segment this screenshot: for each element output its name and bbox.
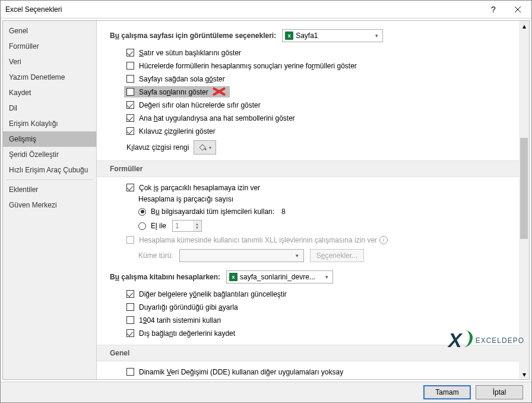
check-outline-symbols[interactable]: Ana hat uygulandıysa ana hat sembollerin… <box>126 112 520 124</box>
checkbox-icon <box>126 329 134 337</box>
check-page-breaks[interactable]: Sayfa sonlarını göster <box>124 86 230 97</box>
gridline-color-label: Kılavuz çizgisi rengi <box>126 143 189 152</box>
checkbox-icon <box>126 368 134 376</box>
display-worksheet-header-row: Bu çalışma sayfası için görüntüleme seçe… <box>110 29 520 42</box>
check-show-formulas[interactable]: Hücrelerde formüllerin hesaplanmış sonuç… <box>126 60 520 71</box>
sidebar-item-proofing[interactable]: Yazım Denetleme <box>3 70 96 85</box>
thread-count-spinner[interactable]: 1 ▲▼ <box>172 220 202 232</box>
check-update-links[interactable]: Diğer belgelere yönelik bağlantıları gün… <box>126 288 520 300</box>
check-gridlines[interactable]: Kılavuz çizgilerini göster <box>126 125 520 137</box>
processor-count: 8 <box>281 207 286 216</box>
close-button[interactable] <box>504 1 531 18</box>
check-rtl-sheet[interactable]: Sayfayı sağdan sola göster <box>126 73 520 84</box>
scroll-down-icon[interactable]: ▾ <box>519 369 529 379</box>
sidebar-item-advanced[interactable]: Gelişmiş <box>3 131 96 147</box>
category-sidebar: Genel Formüller Veri Yazım Denetleme Kay… <box>3 21 97 379</box>
display-worksheet-label: Bu çalışma sayfası için görüntüleme seçe… <box>110 32 276 40</box>
checkbox-icon <box>126 101 134 109</box>
radio-icon <box>138 208 146 216</box>
sidebar-separator <box>7 180 93 180</box>
gridline-color-picker[interactable]: ▾ <box>194 140 216 155</box>
worksheet-name: Sayfa1 <box>296 32 372 40</box>
checkbox-icon <box>126 49 134 56</box>
checkbox-icon <box>126 290 134 298</box>
cluster-type-row: Küme türü: ▾ Seçenekler... <box>138 249 520 262</box>
info-icon[interactable]: i <box>379 236 388 244</box>
calc-workbook-header-row: Bu çalışma kitabını hesaplarken: x sayfa… <box>110 270 520 284</box>
workbook-name: sayfa_sonlarini_devre... <box>240 273 322 281</box>
workbook-selector[interactable]: x sayfa_sonlarini_devre... ▾ <box>226 270 333 284</box>
checkbox-icon <box>126 316 134 324</box>
scroll-thumb[interactable] <box>520 138 528 239</box>
sidebar-item-addins[interactable]: Eklentiler <box>3 182 96 197</box>
cluster-type-combo: ▾ <box>179 249 304 262</box>
worksheet-selector[interactable]: x Sayfa1 ▾ <box>282 29 383 42</box>
checkbox-icon <box>126 114 134 122</box>
spinner-arrows-icon: ▲▼ <box>193 221 201 231</box>
cluster-options-button: Seçenekler... <box>310 249 364 262</box>
sidebar-item-customize-ribbon[interactable]: Şeridi Özelleştir <box>3 147 96 162</box>
threads-label: Hesaplama iş parçacığı sayısı <box>138 195 520 203</box>
checkbox-icon <box>126 127 134 135</box>
chevron-down-icon: ▾ <box>322 274 331 280</box>
options-panel: Bu çalışma sayfası için görüntüleme seçe… <box>97 21 529 379</box>
svg-point-2 <box>205 149 207 150</box>
group-header-formulas: Formüller <box>97 160 529 177</box>
sidebar-item-data[interactable]: Veri <box>3 54 96 70</box>
dialog-footer: Tamam İptal <box>1 382 531 402</box>
group-header-general: Genel <box>97 345 529 361</box>
annotation-red-x-icon <box>212 86 226 97</box>
check-multithread[interactable]: Çok iş parçacıklı hesaplamaya izin ver <box>126 182 520 193</box>
scroll-track[interactable] <box>519 31 529 369</box>
checkbox-icon <box>126 236 134 244</box>
window-title: Excel Seçenekleri <box>5 5 483 14</box>
check-row-column-headers[interactable]: Satır ve sütun başlıklarını göster <box>126 47 520 58</box>
radio-manual-threads[interactable]: El ile 1 ▲▼ <box>138 220 520 232</box>
sidebar-item-accessibility[interactable]: Erişim Kolaylığı <box>3 116 96 131</box>
check-save-external-links[interactable]: Dış bağlantı değerlerini kaydet <box>126 328 520 339</box>
ok-button[interactable]: Tamam <box>423 385 471 399</box>
calc-workbook-label: Bu çalışma kitabını hesaplarken: <box>110 273 220 281</box>
sidebar-item-language[interactable]: Dil <box>3 100 96 116</box>
sidebar-item-trust-center[interactable]: Güven Merkezi <box>3 197 96 213</box>
scroll-up-icon[interactable]: ▴ <box>519 21 529 31</box>
close-icon <box>515 7 521 12</box>
check-show-zero[interactable]: Değeri sıfır olan hücrelerde sıfır göste… <box>126 99 520 111</box>
titlebar: Excel Seçenekleri ? <box>1 1 531 18</box>
dialog-body: Genel Formüller Veri Yazım Denetleme Kay… <box>2 20 530 380</box>
check-precision-displayed[interactable]: Duyarlığı göründüğü gibi ayarla <box>126 301 520 313</box>
cancel-button[interactable]: İptal <box>476 385 523 399</box>
sidebar-item-general[interactable]: Genel <box>3 23 96 39</box>
checkbox-icon <box>126 62 134 70</box>
chevron-down-icon: ▾ <box>372 33 381 39</box>
radio-all-processors[interactable]: Bu bilgisayardaki tüm işlemcileri kullan… <box>138 206 520 218</box>
paint-bucket-icon <box>198 143 207 152</box>
checkbox-icon <box>126 303 134 311</box>
sidebar-item-formulas[interactable]: Formüller <box>3 39 96 54</box>
check-ignore-dde[interactable]: Dinamik Veri Değişimi (DDE) kullanan diğ… <box>126 366 520 377</box>
checkbox-icon <box>126 184 134 191</box>
excel-workbook-icon: x <box>229 273 238 281</box>
cluster-type-label: Küme türü: <box>138 251 173 260</box>
check-1904-date[interactable]: 1904 tarih sistemini kullan <box>126 314 520 326</box>
gridline-color-row: Kılavuz çizgisi rengi ▾ <box>126 140 520 155</box>
checkbox-icon <box>126 75 134 83</box>
sidebar-item-quick-access[interactable]: Hızlı Erişim Araç Çubuğu <box>3 162 96 178</box>
checkbox-icon <box>126 88 134 96</box>
chevron-down-icon: ▾ <box>209 145 211 150</box>
check-xll-cluster: Hesaplama kümesinde kullanıcı tanımlı XL… <box>126 234 520 245</box>
help-button[interactable]: ? <box>483 1 504 18</box>
excel-options-dialog: Excel Seçenekleri ? Genel Formüller Veri… <box>0 0 532 403</box>
sidebar-item-save[interactable]: Kaydet <box>3 85 96 100</box>
vertical-scrollbar[interactable]: ▴ ▾ <box>519 21 529 379</box>
chevron-down-icon: ▾ <box>293 253 302 259</box>
radio-icon <box>138 222 146 230</box>
excel-sheet-icon: x <box>285 32 293 40</box>
